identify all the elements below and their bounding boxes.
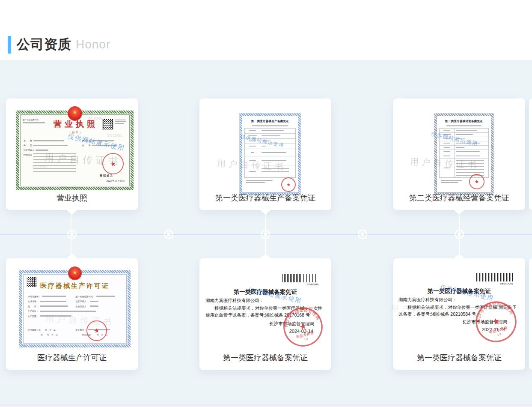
text-placeholder <box>92 145 117 146</box>
card-caption: 第一类医疗器械备案凭证 <box>199 353 331 363</box>
registrar-label: 登记机关 <box>100 174 113 178</box>
cert-card-class1-production-filing[interactable]: 第一类医疗器械生产备案凭证 ★ 仅供网站展示使用 用户自传证书 第一类医疗器械生… <box>199 99 331 210</box>
certificate-title: 第二类医疗器械经营备案凭证 <box>439 120 489 123</box>
filing-certificate-image: 第一类医疗器械生产备案凭证 ★ 仅供网站展示使用 用户自传证书 <box>240 114 300 195</box>
company-line: 湖南力宾医疗科技有限公司： <box>398 297 457 303</box>
field-label: 法定代表人： <box>76 300 89 302</box>
national-emblem-icon <box>68 267 81 280</box>
text-placeholder <box>248 135 257 136</box>
filing-certificate-image: 第二类医疗器械经营备案凭证 ★ 仅供网站展示使用 用户自传证书 <box>434 114 493 195</box>
paragraph-placeholder <box>262 168 289 174</box>
text-placeholder <box>92 140 114 141</box>
text-placeholder <box>444 168 450 168</box>
text-placeholder <box>456 138 462 139</box>
section-header: 公司资质 Honor <box>8 35 110 54</box>
qr-code-icon <box>27 277 37 287</box>
next-card-peek[interactable] <box>529 99 532 210</box>
license-footer-url: http://www.gsxt.gov.cn <box>61 186 82 189</box>
text-placeholder <box>443 134 451 135</box>
pointer-down-icon <box>259 209 271 215</box>
text-placeholder <box>262 130 284 131</box>
svg-text:★: ★ <box>298 321 308 332</box>
official-seal-icon: ★ <box>280 176 297 193</box>
document-title: 第一类医疗器械备案凭证 <box>199 288 331 296</box>
field-label: 生产地址： <box>28 310 39 312</box>
field-label: 法定代表人 <box>24 149 34 151</box>
cert-card-business-license[interactable]: 统一社会信用代码 营业执照 （副本） <box>6 99 138 210</box>
text-placeholder <box>249 146 256 147</box>
text-placeholder <box>456 151 480 152</box>
field-label: 住 所： <box>28 305 39 308</box>
text-placeholder <box>40 311 96 312</box>
field-label: 统一社会信用代码： <box>76 295 95 298</box>
text-placeholder <box>443 143 450 144</box>
text-placeholder <box>456 147 464 148</box>
text-placeholder <box>246 182 265 183</box>
text-placeholder <box>42 296 66 297</box>
national-emblem-icon <box>68 107 82 120</box>
svg-text:1-3: 1-3 <box>304 337 309 341</box>
cert-card-class1-device-filing-2024[interactable]: 07MION48 第一类医疗器械备案凭证 湖南力宾医疗科技有限公司： 根据相关法… <box>199 258 331 370</box>
page: { "header": { "title_cn": "公司资质", "title… <box>0 0 532 407</box>
fine-print-placeholder <box>102 186 128 189</box>
text-placeholder <box>90 301 98 302</box>
text-placeholder <box>249 141 256 141</box>
field-label: 名 称 <box>24 139 32 142</box>
card-caption: 第二类医疗器械经营备案凭证 <box>393 193 525 203</box>
pointer-down-icon <box>453 209 465 215</box>
qr-code-icon <box>102 119 113 130</box>
text-placeholder <box>96 296 115 297</box>
license-subtitle: （副本） <box>49 131 102 135</box>
text-placeholder <box>456 130 477 131</box>
text-placeholder <box>90 305 98 307</box>
field-label: 类 型 <box>24 144 32 147</box>
paragraph-placeholder <box>33 153 76 172</box>
field-label: 成立日期 <box>82 139 91 142</box>
timeline-dot <box>164 230 173 239</box>
business-license-image: 统一社会信用代码 营业执照 （副本） <box>16 111 134 190</box>
pointer-down-icon <box>66 209 78 215</box>
accent-bar <box>8 36 11 54</box>
paragraph-placeholder <box>456 160 484 176</box>
text-placeholder <box>443 130 450 131</box>
text-placeholder <box>443 138 450 139</box>
text-placeholder <box>23 122 45 123</box>
text-placeholder <box>252 125 288 126</box>
text-placeholder <box>441 180 462 181</box>
text-placeholder <box>33 140 64 141</box>
text-placeholder <box>443 151 450 152</box>
text-placeholder <box>444 147 450 148</box>
next-card-peek[interactable] <box>529 258 532 370</box>
svg-text:★: ★ <box>491 316 501 327</box>
text-placeholder <box>262 152 286 153</box>
license-title: 营业执照 <box>49 119 102 130</box>
card-caption: 营业执照 <box>6 193 138 203</box>
text-placeholder <box>456 143 480 144</box>
text-placeholder <box>115 121 126 122</box>
card-caption: 第一类医疗器械备案凭证 <box>393 353 525 363</box>
text-placeholder <box>262 146 266 147</box>
cert-card-class2-operation-filing[interactable]: 第二类医疗器械经营备案凭证 ★ 仅供网站展示使用 用户自传证书 第二类医疗器械经… <box>393 99 525 210</box>
text-placeholder <box>40 315 71 317</box>
cert-card-production-licence[interactable]: 医疗器械生产许可证 许可证编号： 统一社会信用代码： 企业名称： 法定代表人： … <box>6 258 138 370</box>
text-placeholder <box>249 130 256 131</box>
cert-card-class1-device-filing-2022[interactable]: RBSXOCR1 第一类医疗器械备案凭证 湖南力宾医疗科技有限公司： 根据相关法… <box>393 258 525 370</box>
text-placeholder <box>246 180 273 181</box>
certificate-title: 医疗器械生产许可证 <box>22 282 128 290</box>
text-placeholder <box>262 160 286 161</box>
field-label: 企业负责人： <box>76 305 89 308</box>
field-label: 生产范围： <box>28 315 39 317</box>
license-date: 2023 年 3 月 8 日 <box>107 180 125 183</box>
credit-code-label: 统一社会信用代码 <box>23 119 49 121</box>
fine-print-placeholder <box>16 186 42 189</box>
section-title-cn: 公司资质 <box>17 36 71 54</box>
field-label: 经营范围 <box>24 153 32 156</box>
field-label: 至 年 月 日 <box>41 333 58 336</box>
field-label: 住 所 <box>82 144 91 147</box>
honor-section: 统一社会信用代码 营业执照 （副本） <box>0 60 532 407</box>
section-title-en: Honor <box>76 38 110 51</box>
certificate-table <box>244 128 296 178</box>
barcode-icon <box>282 274 318 282</box>
document-title: 第一类医疗器械备案凭证 <box>393 287 525 295</box>
svg-text:1-3: 1-3 <box>497 332 502 336</box>
